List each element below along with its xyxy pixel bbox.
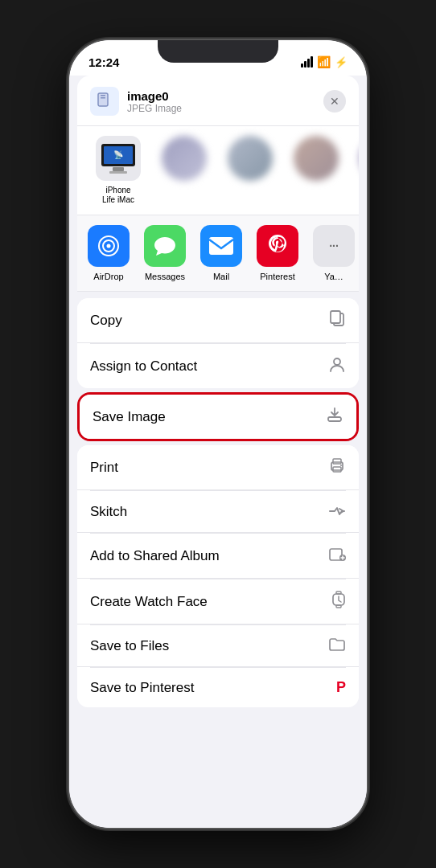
add-shared-album-label: Add to Shared Album [90,548,220,564]
apps-row: AirDrop Messages [77,215,359,292]
contacts-row: 📡 iPhoneLife iMac [77,126,359,215]
contact-label-imac: iPhoneLife iMac [102,186,134,205]
svg-rect-14 [333,467,341,472]
close-button[interactable]: ✕ [323,90,346,113]
svg-rect-2 [101,97,105,99]
copy-label: Copy [90,313,122,329]
contact-avatar-2 [162,136,207,181]
phone-frame: 12:24 📶 ⚡ [69,40,367,828]
svg-rect-20 [336,605,341,608]
notch [158,40,278,63]
svg-rect-6 [209,237,233,255]
contact-icon [328,355,346,377]
signal-icon [301,56,313,68]
app-item-more[interactable]: ··· Ya… [309,225,359,281]
skitch-icon [328,502,346,521]
save-to-pinterest-label: Save to Pinterest [90,680,194,696]
app-item-airdrop[interactable]: AirDrop [84,225,134,281]
contact-item-2[interactable] [156,136,212,205]
shared-album-icon [328,545,346,567]
save-to-files-label: Save to Files [90,638,169,654]
assign-to-contact-label: Assign to Contact [90,358,197,375]
save-image-icon [326,406,343,428]
contact-item-4[interactable] [288,136,344,205]
assign-to-contact-button[interactable]: Assign to Contact [77,344,359,388]
svg-point-15 [340,465,342,466]
app-item-mail[interactable]: Mail [196,225,246,281]
watch-face-icon [331,591,346,612]
save-image-highlight: Save Image [77,392,359,441]
add-shared-album-button[interactable]: Add to Shared Album [77,534,359,579]
share-sheet-content: image0 JPEG Image ✕ 📡 [69,76,367,828]
menu-group-2: Print Skitch [77,445,359,707]
svg-point-5 [107,244,111,248]
file-icon [90,87,119,116]
contact-avatar-4 [294,136,339,181]
contact-avatar-3 [228,136,273,181]
messages-icon [144,225,186,267]
share-header-text: image0 JPEG Image [127,89,182,114]
close-icon: ✕ [330,95,339,108]
create-watch-face-button[interactable]: Create Watch Face [77,579,359,624]
files-icon [328,637,346,655]
save-image-button[interactable]: Save Image [80,395,356,439]
mail-label: Mail [213,272,229,281]
airdrop-icon [88,225,130,267]
save-to-files-button[interactable]: Save to Files [77,625,359,667]
contact-item-imac[interactable]: 📡 iPhoneLife iMac [90,136,146,205]
skitch-button[interactable]: Skitch [77,491,359,533]
svg-rect-13 [333,459,341,464]
create-watch-face-label: Create Watch Face [90,594,208,610]
imac-avatar: 📡 [96,136,141,181]
menu-group-1: Copy Assign to Contact [77,298,359,388]
svg-rect-9 [331,311,340,323]
share-filetype: JPEG Image [127,103,182,114]
svg-rect-1 [101,95,105,96]
save-image-label: Save Image [93,409,166,425]
share-header: image0 JPEG Image ✕ [77,76,359,126]
mail-icon [200,225,242,267]
airdrop-label: AirDrop [93,272,123,281]
contact-item-3[interactable] [222,136,278,205]
skitch-label: Skitch [90,504,127,520]
share-filename: image0 [127,89,182,103]
status-icons: 📶 ⚡ [301,55,348,68]
svg-rect-11 [328,417,341,421]
battery-icon: ⚡ [335,56,348,68]
more-label: Ya… [324,272,343,281]
copy-icon [328,309,346,331]
pinterest-icon [257,225,298,267]
svg-rect-19 [336,592,341,594]
app-item-messages[interactable]: Messages [140,225,190,281]
contact-item-5[interactable] [354,136,359,205]
print-label: Print [90,460,118,476]
svg-point-10 [334,358,340,365]
app-item-pinterest[interactable]: Pinterest [253,225,302,281]
more-icon: ··· [313,225,355,267]
status-time: 12:24 [88,55,119,69]
print-icon [328,457,346,478]
print-button[interactable]: Print [77,445,359,490]
save-to-pinterest-button[interactable]: Save to Pinterest P [77,668,359,707]
wifi-icon: 📶 [317,55,331,68]
screen: 12:24 📶 ⚡ [69,40,367,828]
copy-button[interactable]: Copy [77,298,359,343]
save-pinterest-icon: P [336,679,346,696]
messages-label: Messages [145,272,185,281]
pinterest-label: Pinterest [260,272,294,281]
